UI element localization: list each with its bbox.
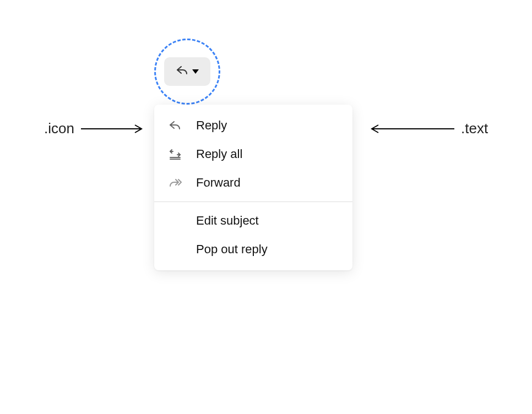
- chevron-down-icon: [192, 69, 199, 74]
- menu-item-pop-out-reply[interactable]: Pop out reply: [154, 235, 352, 264]
- menu-divider: [154, 201, 352, 202]
- forward-icon: [167, 175, 183, 190]
- reply-dropdown-button[interactable]: [164, 57, 210, 86]
- annotation-text: .text: [366, 120, 488, 137]
- no-icon: [167, 242, 183, 257]
- reply-icon: [167, 118, 183, 133]
- menu-item-label: Reply all: [196, 147, 242, 161]
- arrow-left-icon: [366, 123, 454, 134]
- annotation-icon-label: .icon: [44, 120, 74, 137]
- menu-item-label: Reply: [196, 118, 227, 133]
- reply-icon: [176, 64, 189, 79]
- menu-item-reply[interactable]: Reply: [154, 111, 352, 140]
- reply-menu: Reply Reply all: [154, 105, 352, 270]
- menu-item-label: Edit subject: [196, 214, 259, 228]
- annotation-icon: .icon: [44, 120, 147, 137]
- menu-item-forward[interactable]: Forward: [154, 168, 352, 197]
- menu-item-label: Pop out reply: [196, 242, 268, 257]
- annotation-text-label: .text: [461, 120, 488, 137]
- menu-item-reply-all[interactable]: Reply all: [154, 140, 352, 168]
- menu-item-label: Forward: [196, 176, 241, 190]
- reply-all-icon: [167, 146, 183, 162]
- no-icon: [167, 213, 183, 228]
- menu-item-edit-subject[interactable]: Edit subject: [154, 206, 352, 235]
- arrow-right-icon: [81, 123, 147, 134]
